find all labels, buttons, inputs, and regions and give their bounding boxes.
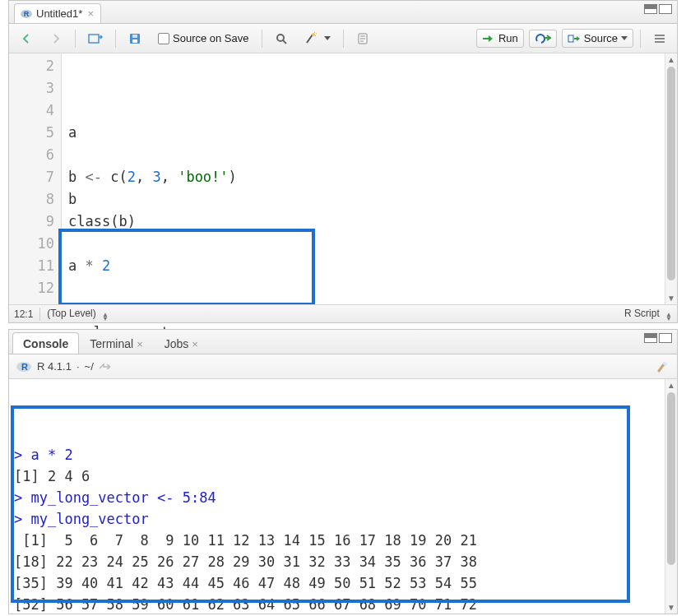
scrollbar-thumb[interactable] xyxy=(667,67,675,280)
console-pane: Console Terminal × Jobs × R R 4.1.1 · ~/… xyxy=(8,329,678,614)
code-editor[interactable]: 23456789101112 a b <- c(2, 3, 'boo!')bcl… xyxy=(9,53,677,304)
close-icon[interactable]: × xyxy=(137,338,143,350)
scroll-up-icon[interactable]: ▲ xyxy=(665,53,677,66)
scroll-up-icon[interactable]: ▲ xyxy=(665,379,677,391)
file-tabstrip: R Untitled1* × xyxy=(9,1,677,24)
find-replace-button[interactable] xyxy=(269,29,294,49)
console-input-line: > a * 2 xyxy=(14,444,660,465)
outline-button[interactable] xyxy=(647,30,672,48)
console-output-line: [18] 22 23 24 25 26 27 28 29 30 31 32 33… xyxy=(14,551,660,572)
pane-window-controls xyxy=(644,333,672,343)
filetype-selector[interactable]: R Script ▲▼ xyxy=(624,308,672,321)
svg-text:R: R xyxy=(21,362,28,372)
console-scrollbar[interactable]: ▲ ▼ xyxy=(665,379,677,614)
console-output-line: [1] 2 4 6 xyxy=(14,465,660,487)
svg-rect-14 xyxy=(568,35,573,42)
file-tab-label: Untitled1* xyxy=(36,7,82,20)
svg-point-6 xyxy=(277,35,284,41)
scroll-down-icon[interactable]: ▼ xyxy=(665,601,677,614)
code-line[interactable]: b <- c(2, 3, 'boo!') xyxy=(68,166,674,188)
line-number-gutter: 23456789101112 xyxy=(9,53,62,304)
filetype-label: R Script xyxy=(624,308,660,319)
code-line[interactable] xyxy=(68,144,674,166)
tab-terminal-label: Terminal xyxy=(90,337,133,350)
line-number: 9 xyxy=(9,211,54,233)
minimize-pane-button[interactable] xyxy=(644,4,657,14)
code-area[interactable]: a b <- c(2, 3, 'boo!')bclass(b) a * 2 my… xyxy=(62,53,677,304)
console-input-line: > my_long_vector <- 5:84 xyxy=(14,487,660,508)
tab-console-label: Console xyxy=(23,337,68,350)
line-number: 2 xyxy=(9,55,54,77)
working-directory[interactable]: ~/ xyxy=(85,360,94,373)
console-input-line: > my_long_vector xyxy=(14,508,660,530)
console-output-line: [35] 39 40 41 42 43 44 45 46 47 48 49 50… xyxy=(14,572,660,594)
wd-popout-icon[interactable] xyxy=(99,362,110,372)
source-button[interactable]: Source xyxy=(562,29,633,48)
close-icon[interactable]: × xyxy=(192,338,198,350)
svg-line-7 xyxy=(283,40,286,44)
forward-button[interactable] xyxy=(44,29,68,49)
line-number: 6 xyxy=(9,144,54,166)
scope-selector[interactable]: (Top Level) ▲▼ xyxy=(47,308,109,321)
console-header: R R 4.1.1 · ~/ xyxy=(9,354,677,379)
scroll-down-icon[interactable]: ▼ xyxy=(665,292,677,304)
code-line[interactable]: a xyxy=(68,122,674,144)
line-number: 5 xyxy=(9,122,54,144)
scope-label: (Top Level) xyxy=(47,308,95,319)
cursor-position: 12:1 xyxy=(14,308,33,320)
tab-jobs[interactable]: Jobs × xyxy=(154,332,209,354)
updown-icon: ▲▼ xyxy=(102,313,109,321)
back-button[interactable] xyxy=(14,29,39,49)
scrollbar-thumb[interactable] xyxy=(667,392,675,565)
svg-rect-5 xyxy=(132,35,137,38)
source-toolbar: Source on Save Run Source xyxy=(9,24,677,53)
maximize-pane-button[interactable] xyxy=(659,4,672,14)
r-version-label: R 4.1.1 xyxy=(37,360,72,373)
line-number: 3 xyxy=(9,77,54,100)
line-number: 12 xyxy=(9,277,54,299)
line-number: 10 xyxy=(9,233,54,255)
source-on-save-label: Source on Save xyxy=(173,32,249,44)
line-number: 4 xyxy=(9,100,54,122)
source-on-save-toggle[interactable]: Source on Save xyxy=(152,29,255,48)
chevron-down-icon xyxy=(324,36,331,40)
line-number: 7 xyxy=(9,166,54,188)
source-pane: R Untitled1* × Source on Save xyxy=(8,0,678,323)
run-button[interactable]: Run xyxy=(476,29,524,48)
console-output[interactable]: > a * 2[1] 2 4 6> my_long_vector <- 5:84… xyxy=(9,379,665,614)
maximize-pane-button[interactable] xyxy=(659,333,672,343)
code-line[interactable]: class(b) xyxy=(68,211,674,233)
chevron-down-icon xyxy=(621,36,628,40)
minimize-pane-button[interactable] xyxy=(644,333,657,343)
pane-window-controls xyxy=(644,4,672,14)
tab-terminal[interactable]: Terminal × xyxy=(79,332,154,354)
file-tab-untitled1[interactable]: R Untitled1* × xyxy=(14,3,101,23)
separator-dot: · xyxy=(76,360,80,373)
tab-jobs-label: Jobs xyxy=(165,337,189,350)
show-in-new-window-button[interactable] xyxy=(82,29,109,49)
svg-rect-2 xyxy=(89,35,99,43)
code-line[interactable] xyxy=(68,233,674,255)
code-line[interactable] xyxy=(68,277,674,299)
rerun-button[interactable] xyxy=(529,30,557,48)
tab-console[interactable]: Console xyxy=(12,332,79,354)
run-label: Run xyxy=(498,32,518,44)
console-output-line: [1] 5 6 7 8 9 10 11 12 13 14 15 16 17 18… xyxy=(14,530,660,551)
svg-point-8 xyxy=(312,33,315,36)
code-line[interactable]: a * 2 xyxy=(68,255,674,277)
r-logo-icon: R xyxy=(16,359,32,374)
source-label: Source xyxy=(584,32,618,44)
console-output-line: [52] 56 57 58 59 60 61 62 63 64 65 66 67… xyxy=(14,594,660,615)
checkbox-icon xyxy=(158,33,169,44)
updown-icon: ▲▼ xyxy=(665,313,672,321)
save-button[interactable] xyxy=(123,29,147,49)
line-number: 11 xyxy=(9,255,54,277)
editor-scrollbar[interactable]: ▲ ▼ xyxy=(665,53,677,304)
clear-console-button[interactable] xyxy=(656,359,670,374)
compile-report-button[interactable] xyxy=(350,29,375,49)
code-tools-button[interactable] xyxy=(299,29,336,49)
close-icon[interactable]: × xyxy=(86,7,94,20)
r-file-icon: R xyxy=(20,7,33,21)
source-statusbar: 12:1 (Top Level) ▲▼ R Script ▲▼ xyxy=(9,304,677,322)
code-line[interactable]: b xyxy=(68,188,674,211)
